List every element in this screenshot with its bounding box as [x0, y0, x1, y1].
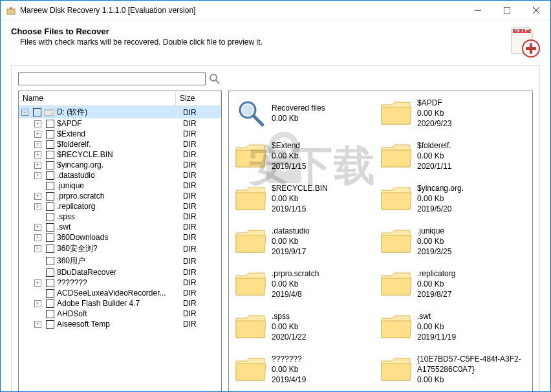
folder-item[interactable]: $RECYCLE.BIN0.00 Kb2019/1/15 — [233, 180, 378, 217]
expand-icon[interactable]: + — [34, 151, 41, 158]
minimize-button[interactable] — [463, 1, 492, 19]
tree-row[interactable]: 8DuDataRecoverDIR — [19, 267, 221, 278]
checkbox[interactable] — [33, 108, 41, 116]
expand-icon[interactable] — [34, 213, 41, 221]
folder-item[interactable]: Recovered files0.00 Kb — [233, 95, 378, 131]
item-name: Recovered files — [272, 103, 325, 113]
tree-row[interactable]: +Aiseesoft TempDIR — [19, 319, 221, 329]
checkbox[interactable] — [46, 202, 54, 211]
tree-row[interactable]: +Adobe Flash Builder 4.7DIR — [19, 298, 221, 309]
tree-item-size: DIR — [183, 278, 219, 287]
tree-header-name[interactable]: Name — [19, 91, 176, 105]
checkbox[interactable] — [46, 130, 54, 138]
expand-icon[interactable] — [34, 310, 41, 318]
search-icon[interactable] — [208, 72, 221, 85]
folder-item[interactable]: .prpro.scratch0.00 Kb2019/4/8 — [233, 266, 378, 302]
maximize-button[interactable] — [492, 1, 521, 19]
tree-root-row[interactable]: − D: (软件) DIR — [19, 106, 221, 118]
expand-icon[interactable]: + — [34, 203, 41, 210]
checkbox[interactable] — [46, 257, 54, 265]
checkbox[interactable] — [46, 268, 54, 277]
checkbox[interactable] — [46, 140, 54, 149]
checkbox[interactable] — [46, 120, 54, 128]
tree-item-size: DIR — [183, 108, 219, 117]
tree-row[interactable]: +$yincang.org.DIR — [19, 160, 221, 170]
tree-item-size: DIR — [183, 299, 219, 308]
expand-icon[interactable]: + — [34, 321, 41, 328]
checkbox[interactable] — [46, 245, 54, 253]
tree-row[interactable]: +360DownloadsDIR — [19, 232, 221, 243]
tree-row[interactable]: +$ExtendDIR — [19, 129, 221, 139]
folder-item[interactable]: .spss0.00 Kb2020/1/22 — [233, 309, 378, 345]
checkbox[interactable] — [46, 289, 54, 298]
expand-icon[interactable]: + — [34, 120, 41, 127]
header-icon: NTFS — [509, 27, 540, 58]
checkbox[interactable] — [46, 279, 54, 287]
folder-item[interactable]: $Extend0.00 Kb2019/1/15 — [233, 138, 378, 174]
app-icon — [6, 5, 16, 16]
expand-icon[interactable] — [34, 269, 41, 276]
checkbox[interactable] — [46, 234, 54, 242]
expand-icon[interactable]: − — [21, 109, 28, 116]
expand-icon[interactable]: + — [34, 141, 41, 148]
folder-item[interactable]: .datastudio0.00 Kb2019/9/17 — [233, 223, 378, 259]
tree-item-size: DIR — [183, 320, 219, 329]
folder-icon — [233, 138, 269, 174]
tree-row[interactable]: .juniqueDIR — [19, 180, 221, 191]
expand-icon[interactable] — [34, 290, 41, 297]
folder-item[interactable]: .junique0.00 Kb2019/3/25 — [378, 223, 524, 259]
tree-item-name: 360用户 — [57, 256, 183, 267]
folder-item[interactable]: ???????0.00 Kb2019/4/19 — [233, 351, 378, 387]
checkbox[interactable] — [46, 192, 54, 201]
checkbox[interactable] — [46, 171, 54, 180]
expand-icon[interactable]: + — [34, 172, 41, 179]
tree-row[interactable]: +???????DIR — [19, 278, 221, 288]
tree-row[interactable]: +.prpro.scratchDIR — [19, 191, 221, 201]
folder-item[interactable]: .replicatorg0.00 Kb2019/8/27 — [378, 266, 524, 302]
window-title: Mareew Disk Recovery 1.1.1.0 [Evaluation… — [20, 6, 463, 15]
tree-header-size[interactable]: Size — [176, 91, 221, 105]
tree-body[interactable]: − D: (软件) DIR +$APDFDIR+$ExtendDIR+$fold… — [19, 106, 221, 392]
folder-item[interactable]: {10E7BD57-C5FE-484f-A3F2-A1755286C0A7}0.… — [378, 351, 524, 387]
search-input[interactable] — [18, 72, 206, 85]
checkbox[interactable] — [46, 182, 54, 190]
expand-icon[interactable]: + — [34, 234, 41, 241]
expand-icon[interactable]: + — [34, 131, 41, 138]
checkbox[interactable] — [46, 320, 54, 329]
folder-grid[interactable]: 安下载 Recovered files0.00 Kb$APDF0.00 Kb20… — [229, 91, 532, 392]
item-size: 0.00 Kb — [272, 364, 306, 375]
close-button[interactable] — [521, 1, 550, 19]
tree-row[interactable]: ACDSeeLuxeaVideoRecorder...DIR — [19, 288, 221, 298]
tree-row[interactable]: +.swtDIR — [19, 222, 221, 232]
expand-icon[interactable]: + — [34, 193, 41, 200]
folder-item[interactable]: .swt0.00 Kb2019/11/19 — [378, 309, 524, 345]
tree-row[interactable]: .spssDIR — [19, 212, 221, 222]
expand-icon[interactable]: + — [34, 224, 41, 231]
expand-icon[interactable]: + — [34, 300, 41, 307]
checkbox[interactable] — [46, 223, 54, 232]
item-date: 2020/1/11 — [417, 161, 451, 171]
tree-row[interactable]: +$RECYCLE.BINDIR — [19, 149, 221, 160]
tree-row[interactable]: +.replicatorgDIR — [19, 201, 221, 212]
tree-row[interactable]: AHDSoftDIR — [19, 309, 221, 319]
folder-item[interactable]: $APDF0.00 Kb2020/9/23 — [378, 95, 524, 131]
expand-icon[interactable] — [34, 182, 41, 190]
checkbox[interactable] — [46, 151, 54, 159]
file-tree-panel: Name Size − D: (软件) DIR +$APDFDIR+$Exten… — [18, 91, 222, 392]
tree-row[interactable]: +$folderelf.DIR — [19, 139, 221, 149]
expand-icon[interactable]: + — [34, 245, 41, 252]
folder-item[interactable]: $yincang.org.0.00 Kb2019/5/20 — [378, 180, 524, 217]
folder-item[interactable]: $folderelf.0.00 Kb2020/1/11 — [378, 138, 524, 174]
checkbox[interactable] — [46, 213, 54, 221]
checkbox[interactable] — [46, 310, 54, 318]
tree-row[interactable]: +$APDFDIR — [19, 118, 221, 129]
checkbox[interactable] — [46, 161, 54, 169]
tree-row[interactable]: +.datastudioDIR — [19, 170, 221, 180]
checkbox[interactable] — [46, 299, 54, 308]
expand-icon[interactable]: + — [34, 279, 41, 287]
expand-icon[interactable]: + — [34, 162, 41, 169]
tree-row[interactable]: +360安全浏?DIR — [19, 243, 221, 255]
expand-icon[interactable] — [34, 257, 41, 265]
tree-row[interactable]: 360用户DIR — [19, 255, 221, 267]
item-size: 0.00 Kb — [417, 236, 451, 246]
